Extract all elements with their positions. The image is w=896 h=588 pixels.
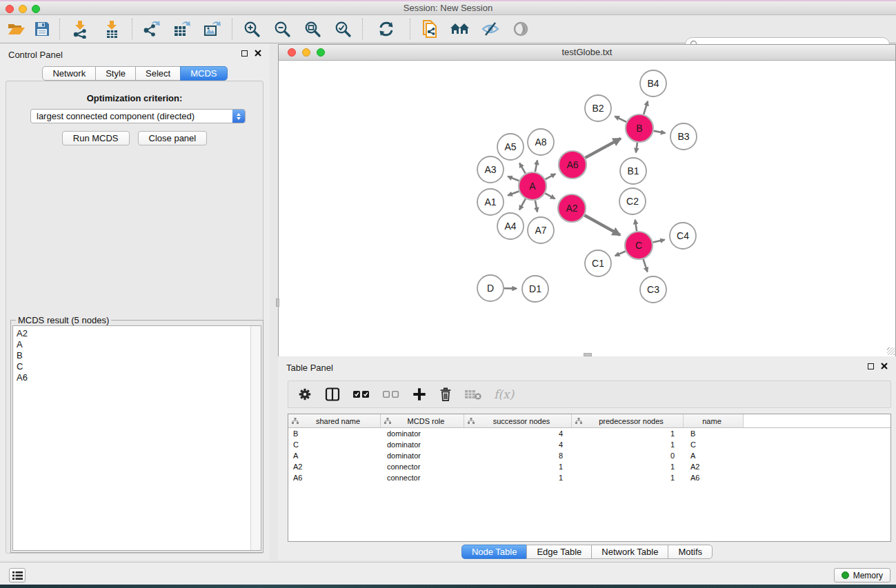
edge-B-B4[interactable] [644,101,648,114]
hide-graphics-details-button[interactable] [475,17,506,41]
tab-edge-table[interactable]: Edge Table [526,545,592,559]
function-builder-icon[interactable]: f(x) [494,387,514,401]
edge-A-A8[interactable] [535,161,537,172]
tab-select[interactable]: Select [135,66,181,81]
tab-network[interactable]: Network [42,66,96,81]
table-row[interactable]: A6connector11A6 [288,472,890,483]
node-table[interactable]: shared nameMCDS rolesuccessor nodesprede… [288,414,891,542]
select-all-icon[interactable] [352,389,370,400]
show-eye-button[interactable] [506,17,536,41]
clone-network-button[interactable] [415,17,445,41]
node-B1[interactable]: B1 [620,158,646,184]
edge-B-B2[interactable] [615,116,626,122]
node-A8[interactable]: A8 [528,129,554,155]
edge-A6-B[interactable] [585,139,620,158]
mcds-result-item[interactable]: A6 [17,372,250,383]
export-image-button[interactable] [197,17,228,41]
close-panel-icon[interactable] [255,50,261,57]
edge-A-A1[interactable] [508,191,519,195]
edge-C-C1[interactable] [615,251,626,256]
column-header-predecessor-nodes[interactable]: predecessor nodes [572,414,684,427]
node-B4[interactable]: B4 [640,70,666,97]
edge-A-A7[interactable] [535,201,537,212]
table-settings-gear-icon[interactable] [297,387,312,402]
table-row[interactable]: Cdominator41C [288,439,890,450]
mcds-result-item[interactable]: A2 [17,328,250,339]
node-A7[interactable]: A7 [528,217,554,243]
edge-B-B1[interactable] [636,143,637,152]
criterion-dropdown[interactable]: largest connected component (directed) [30,109,246,123]
edge-B-B3[interactable] [654,131,666,133]
table-row[interactable]: Bdominator41B [288,428,890,439]
close-table-panel-icon[interactable] [881,363,888,369]
node-C1[interactable]: C1 [585,250,611,276]
zoom-fit-button[interactable] [297,17,328,41]
edge-A-A5[interactable] [519,163,526,174]
node-B[interactable]: B [626,114,653,142]
export-network-button[interactable] [137,17,167,41]
tab-style[interactable]: Style [95,66,136,81]
node-B3[interactable]: B3 [670,123,697,150]
edge-A-A4[interactable] [519,199,526,210]
float-panel-icon[interactable] [241,50,248,57]
node-A[interactable]: A [519,172,546,200]
table-row[interactable]: Adominator80A [288,450,890,461]
node-C[interactable]: C [625,232,653,259]
tab-network-table[interactable]: Network Table [591,545,668,559]
zoom-in-button[interactable] [237,17,267,41]
close-window-button[interactable] [6,5,14,13]
column-header-name[interactable]: name [684,414,744,427]
node-D[interactable]: D [477,275,504,301]
tab-mcds[interactable]: MCDS [180,66,227,81]
node-B2[interactable]: B2 [585,95,611,121]
node-A4[interactable]: A4 [497,213,524,239]
edge-C-C2[interactable] [635,220,637,231]
run-mcds-button[interactable]: Run MCDS [62,131,130,145]
edge-C-C3[interactable] [644,259,648,272]
save-session-button[interactable] [29,17,55,41]
node-A2[interactable]: A2 [558,194,586,222]
column-header-MCDS-role[interactable]: MCDS role [381,414,464,427]
mcds-result-item[interactable]: C [17,361,250,372]
task-history-button[interactable] [9,568,26,582]
zoom-selected-button[interactable] [328,17,358,41]
edge-A2-C[interactable] [584,215,620,235]
deselect-all-icon[interactable] [382,389,400,400]
delete-row-trash-icon[interactable] [439,387,452,402]
edge-A-A6[interactable] [546,174,556,179]
memory-button[interactable]: Memory [834,568,890,582]
node-A5[interactable]: A5 [497,134,524,160]
edge-A-A3[interactable] [508,176,519,181]
refresh-layout-button[interactable] [367,17,406,41]
delete-table-icon[interactable] [464,388,482,401]
minimize-network-button[interactable] [302,48,310,57]
node-D1[interactable]: D1 [522,276,548,302]
first-neighbors-button[interactable] [445,17,475,41]
column-header-successor-nodes[interactable]: successor nodes [464,414,572,427]
open-file-button[interactable] [3,17,29,41]
vertical-splitter-handle[interactable] [276,298,279,307]
import-table-button[interactable] [96,17,128,41]
add-row-icon[interactable] [412,387,427,402]
minimize-window-button[interactable] [19,5,27,13]
mcds-result-item[interactable]: A [17,339,250,350]
table-row[interactable]: A2connector11A2 [288,461,890,472]
float-table-panel-icon[interactable] [868,363,874,369]
mcds-result-item[interactable]: B [17,350,250,361]
node-C4[interactable]: C4 [670,223,696,249]
export-table-button[interactable] [167,17,197,41]
column-header-shared-name[interactable]: shared name [288,414,381,427]
close-panel-button[interactable]: Close panel [138,131,208,145]
maximize-network-button[interactable] [317,48,325,57]
node-A3[interactable]: A3 [477,156,504,183]
zoom-out-button[interactable] [267,17,297,41]
node-C2[interactable]: C2 [619,188,646,214]
tab-node-table[interactable]: Node Table [461,545,528,559]
zoom-window-button[interactable] [32,5,40,13]
network-canvas[interactable]: AA1A2A3A4A5A6A7A8BB1B2B3B4CC1C2C3C4DD1 [279,61,895,356]
edge-A-A2[interactable] [545,193,555,199]
column-visibility-icon[interactable] [324,386,341,403]
close-network-button[interactable] [288,48,296,57]
import-network-button[interactable] [64,17,96,41]
edge-C-C4[interactable] [653,240,665,243]
